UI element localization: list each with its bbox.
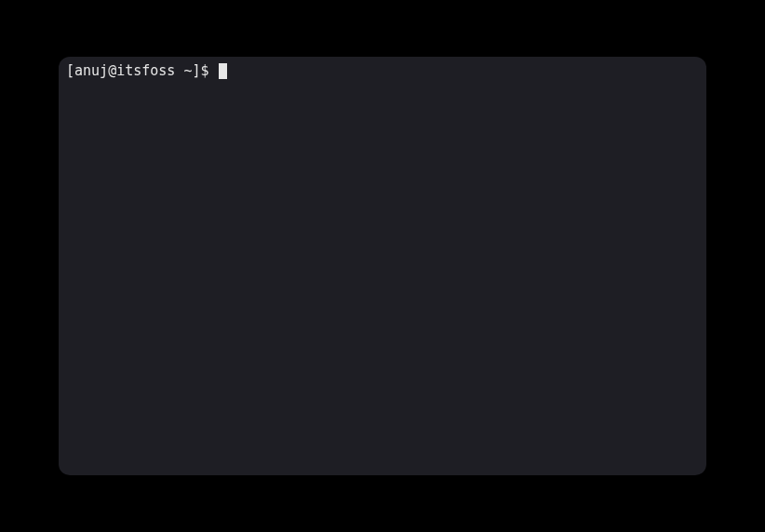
terminal-window[interactable]: [anuj@itsfoss ~]$ [59,57,706,475]
cursor-block [219,63,227,79]
shell-prompt: [anuj@itsfoss ~]$ [66,62,218,81]
prompt-line: [anuj@itsfoss ~]$ [66,62,699,81]
